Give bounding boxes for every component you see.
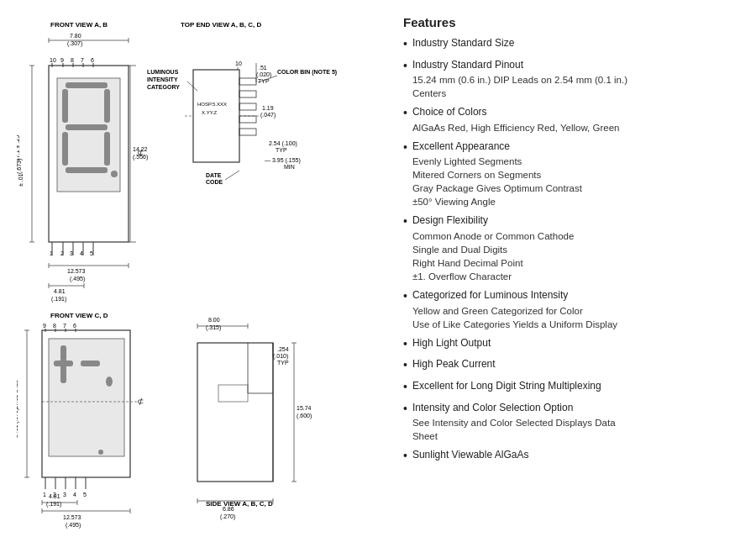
luminous-label-2: INTENSITY xyxy=(147,76,178,82)
bullet-8: • xyxy=(403,379,407,396)
svg-rect-39 xyxy=(239,116,256,123)
feature-sub-line-4-3: ±1. Overflow Character xyxy=(412,270,574,283)
dim-7-80: 7.80 xyxy=(70,33,81,39)
dim-495-cd: (.495) xyxy=(66,522,81,529)
feature-sub-line-1-1: Centers xyxy=(412,87,627,100)
dim-315: (.315) xyxy=(206,324,221,331)
dim-010: (.010) xyxy=(273,353,288,360)
pin-6: 6 xyxy=(91,57,94,63)
cd-pin-7: 7 xyxy=(63,323,66,329)
dim-047: (.047) xyxy=(260,112,276,118)
feature-content-9: Intensity and Color Selection OptionSee … xyxy=(412,401,616,444)
svg-rect-40 xyxy=(239,129,256,135)
dim-15-74: 15.74 xyxy=(297,405,312,411)
feature-sub-2: AlGaAs Red, High Efficiency Red, Yellow,… xyxy=(412,121,620,134)
feature-sub-line-3-1: Mitered Corners on Segments xyxy=(412,168,582,182)
bullet-2: • xyxy=(403,105,407,122)
pin-10: 10 xyxy=(50,57,56,63)
svg-rect-35 xyxy=(193,70,239,162)
centerline-cd: ⊄ xyxy=(137,397,144,406)
dim-12-573-top: 12.573 xyxy=(67,268,86,274)
feature-sub-1: 15.24 mm (0.6 in.) DIP Leads on 2.54 mm … xyxy=(412,73,627,100)
feature-content-7: High Peak Current xyxy=(412,357,496,371)
dim-typ-side: TYP xyxy=(277,360,289,366)
cd-pin-8: 8 xyxy=(53,323,56,329)
bullet-9: • xyxy=(403,401,407,418)
feature-main-7: High Peak Current xyxy=(412,357,496,371)
feature-sub-line-9-0: See Intensity and Color Selected Display… xyxy=(412,416,616,429)
feature-sub-line-3-0: Evenly Lighted Segments xyxy=(412,155,582,168)
dim-307: (.307) xyxy=(67,40,82,47)
bullet-5: • xyxy=(403,288,407,305)
feature-sub-5: Yellow and Green Categorized for ColorUs… xyxy=(412,304,617,331)
feature-item-1: •Industry Standard Pinout15.24 mm (0.6 i… xyxy=(403,58,739,101)
feature-item-2: •Choice of ColorsAlGaAs Red, High Effici… xyxy=(403,105,739,134)
cd-pin-3: 3 xyxy=(63,492,66,497)
pin-4-label: 4 xyxy=(80,250,83,256)
dim-673-cd: (.673) xyxy=(17,408,19,424)
dim-600: (.600) xyxy=(297,413,312,419)
svg-rect-75 xyxy=(197,343,273,482)
bullet-4: • xyxy=(403,213,407,230)
feature-item-7: •High Peak Current xyxy=(403,357,739,374)
feature-content-5: Categorized for Luminous IntensityYellow… xyxy=(412,288,617,331)
feature-sub-line-4-2: Right Hand Decimal Point xyxy=(412,256,574,270)
luminous-label-1: LUMINOUS xyxy=(147,69,179,75)
pin-5-label: 5 xyxy=(90,250,93,256)
feature-sub-line-3-2: Gray Package Gives Optimum Contrast xyxy=(412,182,582,195)
pin-8: 8 xyxy=(71,57,74,63)
color-bin-label-1: COLOR BIN (NOTE 5) xyxy=(277,69,337,76)
feature-content-1: Industry Standard Pinout15.24 mm (0.6 in… xyxy=(412,58,627,101)
svg-line-46 xyxy=(187,82,197,91)
feature-main-9: Intensity and Color Selection Option xyxy=(412,401,616,415)
dim-020: (.020) xyxy=(256,71,271,78)
feature-content-6: High Light Output xyxy=(412,336,491,350)
feature-main-4: Design Flexibility xyxy=(412,213,574,228)
bullet-3: • xyxy=(403,140,407,156)
svg-line-45 xyxy=(225,171,239,180)
feature-item-9: •Intensity and Color Selection OptionSee… xyxy=(403,401,739,444)
svg-point-9 xyxy=(111,171,118,177)
svg-rect-49 xyxy=(49,339,124,456)
xy-label: X.YY.Z xyxy=(202,110,218,115)
feature-item-10: •Sunlight Viewable AlGaAs xyxy=(403,448,739,465)
feature-main-5: Categorized for Luminous Intensity xyxy=(412,288,617,303)
svg-rect-3 xyxy=(62,89,68,123)
feature-main-1: Industry Standard Pinout xyxy=(412,58,627,72)
dim-4-81-cd: 4.81 xyxy=(49,493,60,499)
svg-rect-4 xyxy=(104,89,110,123)
bullet-10: • xyxy=(403,448,407,465)
feature-content-8: Excellent for Long Digit String Multiple… xyxy=(412,379,601,393)
dim-6-86: 6.86 xyxy=(223,506,234,512)
pin-7: 7 xyxy=(81,57,84,63)
feature-item-5: •Categorized for Luminous IntensityYello… xyxy=(403,288,739,331)
dim-191-top: (.191) xyxy=(51,296,66,303)
svg-rect-37 xyxy=(239,91,256,97)
svg-rect-79 xyxy=(218,385,248,402)
feature-content-10: Sunlight Viewable AlGaAs xyxy=(412,448,529,462)
feature-sub-line-3-3: ±50° Viewing Angle xyxy=(412,195,582,208)
feature-item-3: •Excellent AppearanceEvenly Lighted Segm… xyxy=(403,140,739,209)
feature-main-0: Industry Standard Size xyxy=(412,36,514,50)
features-title: Features xyxy=(403,15,739,29)
cd-pin-9: 9 xyxy=(43,323,46,329)
feature-item-6: •High Light Output xyxy=(403,336,739,353)
cd-pin-6: 6 xyxy=(73,323,76,329)
feature-main-2: Choice of Colors xyxy=(412,105,620,119)
svg-rect-7 xyxy=(104,132,110,166)
feature-main-3: Excellent Appearance xyxy=(412,140,582,154)
feature-main-6: High Light Output xyxy=(412,336,491,350)
pin-9: 9 xyxy=(60,57,64,63)
bullet-0: • xyxy=(403,36,407,53)
dim-673: (.673) xyxy=(17,159,23,174)
feature-sub-line-9-1: Sheet xyxy=(412,429,616,443)
front-view-ab-label: FRONT VIEW A, B xyxy=(50,21,108,29)
dim-191-cd: (.191) xyxy=(46,501,61,508)
bullet-6: • xyxy=(403,336,407,353)
dim-01-left: ± .01 xyxy=(18,173,24,187)
features-list: •Industry Standard Size•Industry Standar… xyxy=(403,36,739,465)
feature-sub-line-4-0: Common Anode or Common Cathode xyxy=(412,229,574,243)
feature-sub-3: Evenly Lighted SegmentsMitered Corners o… xyxy=(412,155,582,208)
front-view-cd-label: FRONT VIEW C, D xyxy=(50,312,108,319)
dim-17-02: 17.02 ± .25 xyxy=(17,380,18,409)
